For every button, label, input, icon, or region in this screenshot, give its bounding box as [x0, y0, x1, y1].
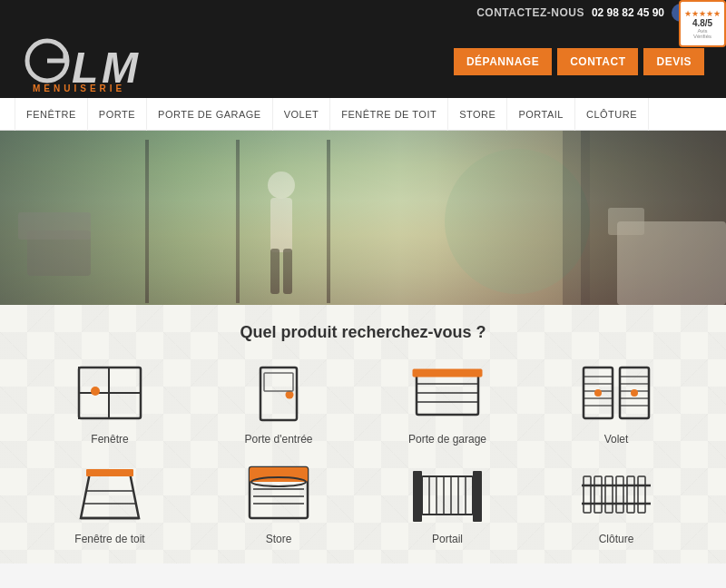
hero-banner: [0, 131, 726, 305]
nav-portail[interactable]: PORTAIL: [507, 98, 575, 131]
toit-label: Fenêtre de toit: [74, 533, 144, 545]
nav-fenetre-toit[interactable]: FENÊTRE DE TOIT: [330, 98, 448, 131]
phone-number[interactable]: 02 98 82 45 90: [592, 6, 664, 19]
nav-porte-garage[interactable]: PORTE DE GARAGE: [147, 98, 273, 131]
svg-rect-11: [18, 212, 91, 240]
fenetre-icon: [70, 360, 150, 426]
svg-rect-71: [594, 476, 602, 513]
products-grid: Fenêtre Porte d'entrée: [36, 360, 690, 545]
product-item-porte[interactable]: Porte d'entrée: [205, 360, 352, 446]
garage-label: Porte de garage: [408, 433, 486, 446]
volet-label: Volet: [604, 433, 629, 446]
products-title: Quel produit recherchez-vous ?: [36, 323, 690, 342]
svg-rect-30: [413, 369, 482, 377]
fenetre-label: Fenêtre: [91, 433, 128, 446]
svg-rect-17: [283, 249, 292, 294]
svg-rect-73: [616, 476, 623, 513]
garage-icon: [407, 360, 487, 426]
cloture-icon: [576, 460, 656, 525]
rating-score: 4.8/5: [692, 18, 712, 28]
toit-icon: [70, 460, 150, 525]
volet-icon: [576, 360, 656, 426]
portail-label: Portail: [432, 533, 463, 545]
product-item-cloture[interactable]: Clôture: [543, 460, 690, 545]
svg-rect-75: [638, 476, 645, 513]
rating-verifie-label: Vérifiés: [693, 34, 711, 39]
product-item-fenetre[interactable]: Fenêtre: [36, 360, 183, 446]
svg-rect-74: [627, 476, 634, 513]
top-bar: CONTACTEZ-NOUS 02 98 82 45 90 f ✉: [0, 0, 726, 25]
main-navigation: FENÊTRE PORTE PORTE DE GARAGE VOLET FENÊ…: [0, 98, 726, 131]
header: L M MENUISERIE DÉPANNAGE CONTACT DEVIS: [0, 25, 726, 98]
product-item-store[interactable]: Store: [205, 460, 352, 545]
product-item-toit[interactable]: Fenêtre de toit: [36, 460, 183, 545]
header-nav-buttons: DÉPANNAGE CONTACT DEVIS: [454, 48, 704, 75]
svg-point-14: [268, 172, 295, 199]
svg-rect-72: [605, 476, 613, 513]
cloture-label: Clôture: [599, 533, 634, 545]
svg-text:MENUISERIE: MENUISERIE: [33, 83, 125, 93]
store-icon: [239, 460, 319, 525]
products-section: Quel produit recherchez-vous ? Fenêtre: [0, 305, 726, 564]
store-label: Store: [266, 533, 292, 545]
svg-rect-7: [145, 140, 149, 303]
svg-rect-29: [417, 373, 478, 415]
logo[interactable]: L M MENUISERIE: [22, 30, 149, 93]
svg-rect-15: [270, 198, 292, 252]
svg-rect-8: [236, 140, 240, 303]
contactez-nous-label: CONTACTEZ-NOUS: [476, 6, 584, 19]
nav-cloture[interactable]: CLÔTURE: [575, 98, 649, 131]
svg-rect-13: [563, 131, 590, 305]
product-item-portail[interactable]: Portail: [374, 460, 521, 545]
svg-point-23: [91, 387, 100, 396]
nav-porte[interactable]: PORTE: [88, 98, 147, 131]
svg-rect-16: [270, 249, 280, 294]
rating-stars: ★★★★★: [684, 9, 721, 18]
svg-point-27: [286, 391, 294, 399]
nav-fenetre[interactable]: FENÊTRE: [15, 98, 88, 131]
svg-rect-28: [264, 373, 293, 391]
svg-rect-9: [327, 140, 330, 303]
svg-point-47: [631, 389, 638, 397]
portail-icon: [407, 460, 487, 525]
nav-volet[interactable]: VOLET: [273, 98, 331, 131]
svg-rect-60: [473, 471, 482, 522]
contact-button[interactable]: CONTACT: [557, 48, 638, 75]
product-item-garage[interactable]: Porte de garage: [374, 360, 521, 446]
svg-marker-48: [81, 473, 139, 518]
svg-point-46: [594, 389, 602, 397]
rating-badge: ★★★★★ 4.8/5 Avis Vérifiés: [679, 0, 726, 47]
product-item-volet[interactable]: Volet: [543, 360, 690, 446]
svg-rect-52: [86, 469, 133, 476]
svg-rect-59: [413, 471, 422, 522]
svg-rect-19: [608, 208, 644, 235]
nav-store[interactable]: STORE: [448, 98, 507, 131]
depannage-button[interactable]: DÉPANNAGE: [454, 48, 552, 75]
devis-button[interactable]: DEVIS: [643, 48, 704, 75]
svg-rect-70: [584, 476, 591, 513]
porte-icon: [239, 360, 319, 426]
porte-label: Porte d'entrée: [244, 433, 312, 446]
